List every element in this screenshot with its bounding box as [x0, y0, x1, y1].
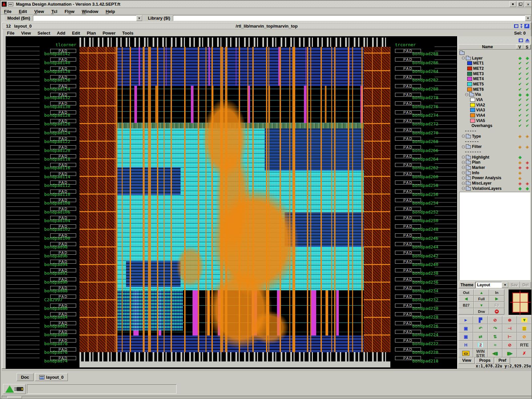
visible-toggle[interactable]: ◈	[517, 181, 523, 186]
visible-toggle[interactable]: ◈	[517, 176, 523, 181]
minimap[interactable]	[508, 289, 532, 315]
ruler-tool-icon[interactable]: ▦	[517, 324, 532, 332]
layer-tree-row[interactable]: Via ◆ ◆	[459, 92, 531, 97]
layer-tree-row[interactable]: VIA2 ✔ ✔	[459, 102, 531, 108]
draw-button[interactable]: Drw	[474, 308, 489, 315]
layer-tree-row[interactable]: Filter ◈ ◈	[459, 144, 531, 149]
titlebar[interactable]: Magma Design Automation - Version 3.1.42…	[1, 1, 532, 8]
visible-toggle[interactable]: ✔	[517, 97, 523, 102]
layer-tree-row[interactable]: -------	[459, 149, 531, 155]
menu-item[interactable]: Window	[82, 9, 98, 14]
f0-button[interactable]: F0	[489, 302, 504, 308]
layer-tree-row[interactable]: Power Analysis ◈	[459, 176, 531, 181]
deselect-all-tool-icon[interactable]: ⊗	[502, 316, 517, 324]
tree-expander-icon[interactable]	[462, 182, 465, 185]
visible-toggle[interactable]: ✔	[517, 108, 523, 112]
layer-tree-row[interactable]: Highlight ◆	[459, 155, 531, 160]
route-tool-icon[interactable]: ≈	[488, 341, 502, 349]
layout-menu-item[interactable]: Select	[38, 31, 50, 36]
unselect-tool-icon[interactable]: ⊘	[488, 316, 502, 324]
status-triangle-icon[interactable]	[5, 385, 14, 393]
selectable-toggle[interactable]: ✔	[524, 76, 530, 81]
paste-tool-icon[interactable]: ▣	[459, 332, 473, 341]
visible-toggle[interactable]: ✔	[517, 76, 523, 81]
move-cell-tool-icon[interactable]: ⊢	[502, 332, 517, 341]
close-window-icon[interactable]: ✗	[524, 24, 529, 28]
selectable-toggle[interactable]: ✔	[524, 113, 530, 118]
window-menu-icon[interactable]	[8, 2, 13, 6]
layout-menu-item[interactable]: Plan	[87, 31, 96, 36]
pan-right-button[interactable]: ▶	[489, 296, 504, 302]
push-selection-tool-icon[interactable]: ▼	[517, 316, 532, 324]
tree-expander-icon[interactable]	[462, 161, 465, 164]
layer-tree-row[interactable]	[459, 50, 531, 56]
theme-combo[interactable]: Layout	[475, 282, 502, 288]
restore-window-icon[interactable]	[514, 24, 518, 28]
visible-toggle[interactable]: ✔	[517, 66, 523, 71]
swap-horizontal-tool-icon[interactable]: ⇄	[473, 332, 488, 341]
visible-toggle[interactable]: ✔	[517, 118, 523, 123]
model-combo[interactable]: ▼	[33, 15, 143, 21]
layout-menu-item[interactable]: Power	[102, 31, 115, 36]
selectable-toggle[interactable]: ◆	[524, 186, 530, 191]
layout-canvas[interactable]: tlcorner PAD bondpad142 PAD bondpad140 P…	[6, 36, 457, 369]
layer-tree-row[interactable]: VIA5 ✔ ✔	[459, 118, 531, 123]
minimize-button[interactable]	[509, 1, 516, 7]
layer-tree-row[interactable]: ViolationLayers ◆ ◆	[459, 186, 531, 191]
visible-toggle[interactable]: ◆	[517, 186, 523, 191]
layer-tree-row[interactable]: Overhangs ✔ ✔	[459, 123, 531, 129]
visible-toggle[interactable]: ✔	[517, 103, 523, 107]
layout-menu-item[interactable]: Tools	[122, 31, 133, 36]
selectable-toggle[interactable]: ✔	[524, 123, 530, 128]
layer-tree-row[interactable]: MET6 ✔ ✔	[459, 87, 531, 92]
toolbar-grip[interactable]	[1, 15, 5, 22]
detach-panel-icon[interactable]	[519, 39, 523, 42]
menu-item[interactable]: File	[4, 9, 11, 14]
column-visible[interactable]: V	[516, 45, 523, 49]
blank-nav-button[interactable]	[459, 308, 474, 315]
layer-tree-row[interactable]: MET5 ✔ ✔	[459, 81, 531, 87]
layout-menu-item[interactable]: File	[7, 31, 14, 36]
menu-item[interactable]: Flow	[65, 9, 74, 14]
column-name[interactable]: Name	[459, 45, 516, 49]
redraw-stop-button[interactable]: H	[489, 308, 504, 315]
pan-left-button[interactable]: ◀	[459, 296, 474, 302]
rte-button[interactable]: RTE	[517, 341, 532, 349]
tree-expander-icon[interactable]	[465, 93, 468, 96]
panel-tab[interactable]: Props	[475, 357, 494, 364]
visible-toggle[interactable]: ✔	[517, 87, 523, 92]
selectable-toggle[interactable]: ◈	[524, 160, 530, 165]
library-dropdown-arrow-icon[interactable]: ▼	[525, 15, 531, 21]
maximize-button[interactable]	[517, 1, 524, 7]
visible-toggle[interactable]: ◆	[517, 155, 523, 160]
pointer-tool-icon[interactable]: ►	[459, 316, 473, 324]
layer-pair-tool-icon[interactable]: 2	[473, 341, 488, 349]
collapse-window-icon[interactable]: ▼▼	[520, 24, 523, 28]
layer-tree-row[interactable]: Plan ◈ ◈	[459, 160, 531, 165]
visible-toggle[interactable]: ◈	[517, 134, 523, 139]
zoom-out-button[interactable]: Out	[459, 289, 474, 296]
visible-toggle[interactable]: ◆	[517, 92, 523, 97]
menu-item[interactable]: Edit	[19, 9, 27, 14]
abort-button[interactable]: ✗	[517, 349, 532, 357]
b27-button[interactable]: B27	[459, 302, 474, 308]
visible-toggle[interactable]: ◈	[517, 160, 523, 165]
layer-tree-row[interactable]: Info ◈	[459, 170, 531, 176]
selectable-toggle[interactable]: ✔	[524, 108, 530, 112]
zoom-in-button[interactable]: In	[489, 289, 504, 296]
layer-tree-row[interactable]: MET2 ✔ ✔	[459, 66, 531, 71]
copy-tool-icon[interactable]: ▣	[459, 324, 473, 332]
tree-expander-icon[interactable]	[462, 171, 465, 174]
horizontal-scrollbar[interactable]	[2, 396, 532, 398]
selectable-toggle[interactable]: ◈	[524, 181, 530, 186]
layout-menu-item[interactable]: View	[21, 31, 31, 36]
cut-cell-tool-icon[interactable]: ⊣	[502, 324, 517, 332]
visible-toggle[interactable]: ◈	[517, 170, 523, 175]
layer-tree-row[interactable]: Type ◈ ◈	[459, 134, 531, 139]
selectable-toggle[interactable]: ✔	[524, 71, 530, 76]
win-str-button[interactable]: WIN STR	[473, 349, 488, 357]
layer-tree-row[interactable]: ------	[459, 139, 531, 144]
layer-tree-row[interactable]: VIA ✔ ✔	[459, 97, 531, 102]
layout-tab[interactable]: layout_0	[35, 373, 68, 381]
selectable-toggle[interactable]: ✔	[524, 87, 530, 92]
